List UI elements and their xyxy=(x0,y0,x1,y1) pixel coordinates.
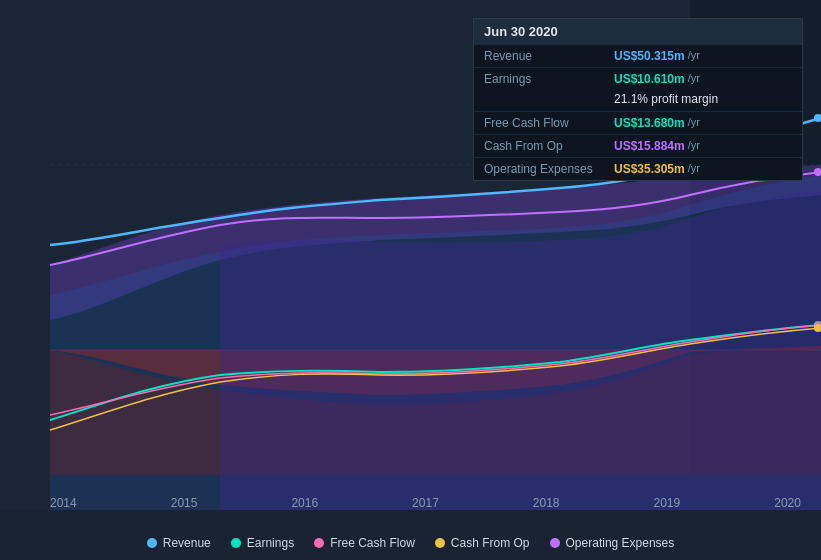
x-label-2016: 2016 xyxy=(291,496,318,510)
tooltip-revenue-row: Revenue US$50.315m /yr xyxy=(474,44,802,67)
x-label-2017: 2017 xyxy=(412,496,439,510)
legend-earnings[interactable]: Earnings xyxy=(231,536,294,550)
tooltip-cfo-unit: /yr xyxy=(688,139,700,151)
legend-label-earnings: Earnings xyxy=(247,536,294,550)
tooltip-fcf-value: US$13.680m xyxy=(614,116,685,130)
legend-opex[interactable]: Operating Expenses xyxy=(550,536,675,550)
tooltip-fcf-label: Free Cash Flow xyxy=(484,116,614,130)
legend-dot-earnings xyxy=(231,538,241,548)
legend-dot-revenue xyxy=(147,538,157,548)
tooltip-revenue-unit: /yr xyxy=(688,49,700,61)
data-tooltip: Jun 30 2020 Revenue US$50.315m /yr Earni… xyxy=(473,18,803,181)
legend-revenue[interactable]: Revenue xyxy=(147,536,211,550)
tooltip-fcf-unit: /yr xyxy=(688,116,700,128)
legend-cfo[interactable]: Cash From Op xyxy=(435,536,530,550)
legend: Revenue Earnings Free Cash Flow Cash Fro… xyxy=(0,536,821,550)
legend-dot-cfo xyxy=(435,538,445,548)
tooltip-fcf-row: Free Cash Flow US$13.680m /yr xyxy=(474,111,802,134)
tooltip-opex-row: Operating Expenses US$35.305m /yr xyxy=(474,157,802,180)
legend-fcf[interactable]: Free Cash Flow xyxy=(314,536,415,550)
tooltip-earnings-unit: /yr xyxy=(688,72,700,84)
legend-label-revenue: Revenue xyxy=(163,536,211,550)
x-label-2018: 2018 xyxy=(533,496,560,510)
tooltip-cfo-value: US$15.884m xyxy=(614,139,685,153)
x-axis: 2014 2015 2016 2017 2018 2019 2020 xyxy=(0,491,821,510)
tooltip-profit-margin: 21.1% profit margin xyxy=(474,90,802,111)
legend-dot-fcf xyxy=(314,538,324,548)
tooltip-cfo-label: Cash From Op xyxy=(484,139,614,153)
legend-dot-opex xyxy=(550,538,560,548)
tooltip-date: Jun 30 2020 xyxy=(474,19,802,44)
x-label-2019: 2019 xyxy=(654,496,681,510)
tooltip-cfo-row: Cash From Op US$15.884m /yr xyxy=(474,134,802,157)
tooltip-earnings-label: Earnings xyxy=(484,72,614,86)
tooltip-earnings-value: US$10.610m xyxy=(614,72,685,86)
tooltip-margin-value: 21.1% profit margin xyxy=(614,92,718,106)
x-label-2015: 2015 xyxy=(171,496,198,510)
tooltip-revenue-label: Revenue xyxy=(484,49,614,63)
tooltip-opex-label: Operating Expenses xyxy=(484,162,614,176)
tooltip-earnings-row: Earnings US$10.610m /yr xyxy=(474,67,802,90)
legend-label-cfo: Cash From Op xyxy=(451,536,530,550)
x-label-2020: 2020 xyxy=(774,496,801,510)
x-label-2014: 2014 xyxy=(50,496,77,510)
tooltip-opex-unit: /yr xyxy=(688,162,700,174)
legend-label-opex: Operating Expenses xyxy=(566,536,675,550)
tooltip-opex-value: US$35.305m xyxy=(614,162,685,176)
tooltip-revenue-value: US$50.315m xyxy=(614,49,685,63)
legend-label-fcf: Free Cash Flow xyxy=(330,536,415,550)
